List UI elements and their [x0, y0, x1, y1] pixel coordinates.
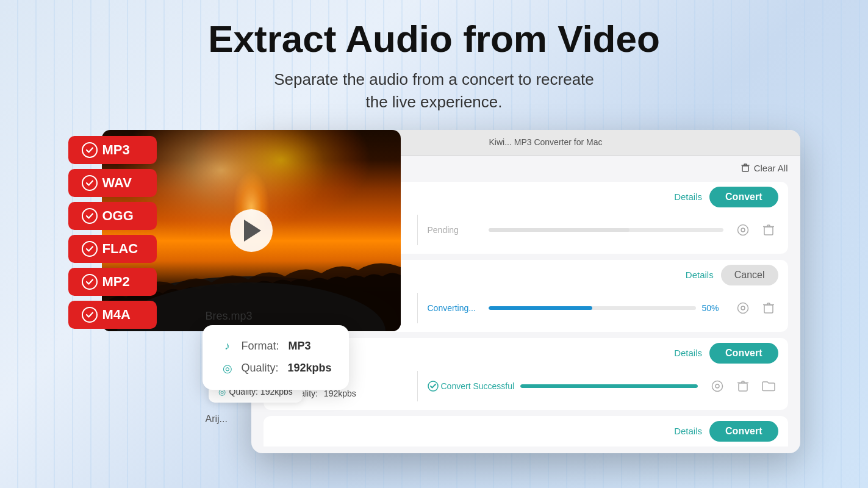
settings-icon-r2: [736, 301, 750, 315]
row3-settings-button[interactable]: [708, 376, 727, 396]
row3-progress-fill: [520, 384, 697, 388]
trash-icon-r3: [737, 380, 748, 392]
row1-convert-button[interactable]: Convert: [709, 187, 778, 207]
row2-status-text: Converting...: [428, 303, 482, 313]
row3-divider: [417, 371, 418, 401]
row1-divider: [417, 215, 418, 245]
row1-status-text: Pending: [428, 225, 482, 235]
tooltip-format-label: Format:: [242, 340, 282, 353]
svg-rect-3: [742, 166, 748, 171]
check-icon-mp3: [82, 142, 98, 158]
row2-status-area: Converting... 50%: [428, 303, 723, 313]
badge-label-mp3: MP3: [102, 142, 130, 158]
row1-progress-fill: [489, 228, 629, 232]
format-badge-flac: FLAC: [68, 235, 157, 263]
check-icon-wav: [82, 175, 98, 191]
svg-point-10: [741, 306, 745, 310]
svg-point-15: [716, 384, 719, 388]
row3-progress-bar: [520, 384, 697, 388]
check-icon-ogg: [82, 208, 98, 224]
page-content: Extract Audio from Video Separate the au…: [0, 0, 868, 459]
row2-divider: [417, 293, 418, 323]
row3-status-text: Convert Successful: [428, 381, 515, 392]
tooltip-quality-value: 192kpbs: [288, 362, 332, 375]
tooltip-quality-icon: ◎: [220, 361, 235, 376]
svg-rect-16: [739, 383, 747, 391]
row1-delete-button[interactable]: [759, 220, 778, 240]
check-icon-m4a: [82, 307, 98, 323]
badge-label-wav: WAV: [102, 175, 132, 191]
format-tooltip: ♪ Format: MP3 ◎ Quality: 192kpbs: [203, 325, 349, 390]
row2-percent-text: 50%: [702, 303, 723, 313]
badge-label-m4a: M4A: [102, 307, 131, 323]
svg-point-9: [737, 303, 748, 313]
bottom-details-link[interactable]: Details: [674, 426, 702, 436]
format-badge-m4a: M4A: [68, 301, 157, 329]
play-button[interactable]: [230, 209, 273, 252]
bottom-partial-row: Details Convert: [264, 416, 788, 447]
clear-all-button[interactable]: Clear All: [741, 163, 788, 173]
page-title: Extract Audio from Video: [208, 18, 660, 60]
format-badge-wav: WAV: [68, 169, 157, 197]
settings-icon-r1: [736, 223, 750, 237]
row2-cancel-button[interactable]: Cancel: [721, 265, 778, 285]
folder-icon-r3: [762, 381, 775, 392]
row1-settings-button[interactable]: [733, 220, 753, 240]
row3-delete-button[interactable]: [733, 376, 753, 396]
row3-status-area: Convert Successful: [428, 381, 698, 392]
trash-icon-r2: [763, 302, 774, 314]
mp3-filename-label: Bres.mp3: [206, 310, 253, 323]
tooltip-quality-row: ◎ Quality: 192kpbs: [220, 361, 332, 376]
badge-label-ogg: OGG: [102, 208, 134, 224]
svg-rect-7: [764, 227, 773, 235]
page-subtitle: Separate the audio from a concert to rec…: [274, 68, 594, 113]
tooltip-format-value: MP3: [289, 340, 311, 353]
check-icon-mp2: [82, 274, 98, 290]
row1-actions: [733, 220, 778, 240]
row1-details-link[interactable]: Details: [674, 192, 702, 202]
row3-details-link[interactable]: Details: [674, 348, 702, 358]
tooltip-music-icon: ♪: [220, 339, 235, 354]
row2-actions: [733, 298, 778, 318]
svg-point-14: [712, 381, 722, 391]
bottom-convert-button[interactable]: Convert: [709, 421, 778, 442]
row2-details-link[interactable]: Details: [686, 270, 714, 280]
row3-folder-button[interactable]: [759, 376, 778, 396]
tooltip-quality-label: Quality:: [242, 362, 282, 375]
svg-rect-11: [764, 305, 773, 313]
format-badges-list: MP3 WAV OGG: [68, 136, 157, 329]
app-area: MP3 WAV OGG: [68, 130, 800, 459]
play-icon: [244, 220, 261, 242]
row2-progress-bar: [489, 306, 696, 310]
badge-label-mp2: MP2: [102, 274, 130, 290]
check-circle-icon: [428, 381, 439, 392]
format-badge-mp3: MP3: [68, 136, 157, 164]
trash-icon-r1: [763, 224, 774, 236]
row3-convert-button[interactable]: Convert: [709, 343, 778, 364]
row2-delete-button[interactable]: [759, 298, 778, 318]
badge-label-flac: FLAC: [102, 241, 138, 257]
row3-quality-value: 192kpbs: [324, 389, 356, 398]
svg-point-5: [737, 224, 748, 235]
format-badge-ogg: OGG: [68, 202, 157, 230]
settings-icon-r3: [711, 379, 724, 393]
row2-progress-fill: [489, 306, 592, 310]
arij-label: Arij...: [206, 414, 228, 425]
trash-icon: [741, 163, 750, 173]
check-icon-flac: [82, 241, 98, 257]
format-badge-mp2: MP2: [68, 268, 157, 296]
row1-status-area: Pending: [428, 225, 723, 235]
row3-actions: [708, 376, 778, 396]
tooltip-format-row: ♪ Format: MP3: [220, 339, 332, 354]
row2-settings-button[interactable]: [733, 298, 753, 318]
row1-progress-bar: [489, 228, 723, 232]
svg-point-6: [741, 228, 745, 232]
